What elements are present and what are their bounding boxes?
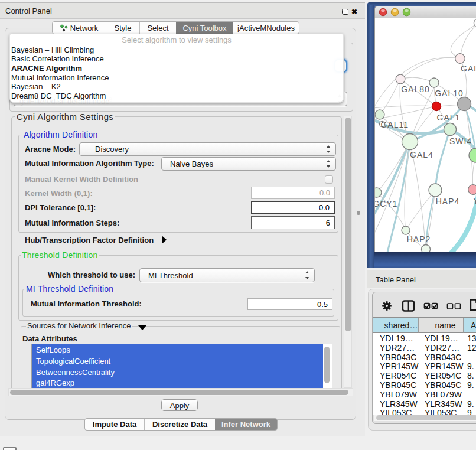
svg-text:GAL7: GAL7 — [461, 64, 476, 73]
svg-text:GAL4: GAL4 — [410, 150, 433, 159]
svg-text:GAL10: GAL10 — [435, 89, 464, 98]
svg-text:GAL80: GAL80 — [401, 84, 430, 94]
svg-text:HAP4: HAP4 — [436, 197, 460, 206]
svg-text:SWI4: SWI4 — [449, 136, 472, 146]
svg-text:GAL1: GAL1 — [437, 113, 461, 122]
svg-text:GCY1: GCY1 — [375, 199, 397, 208]
svg-text:HAP2: HAP2 — [407, 234, 431, 244]
svg-text:YM: YM — [473, 196, 476, 206]
svg-text:GAL11: GAL11 — [380, 120, 409, 129]
